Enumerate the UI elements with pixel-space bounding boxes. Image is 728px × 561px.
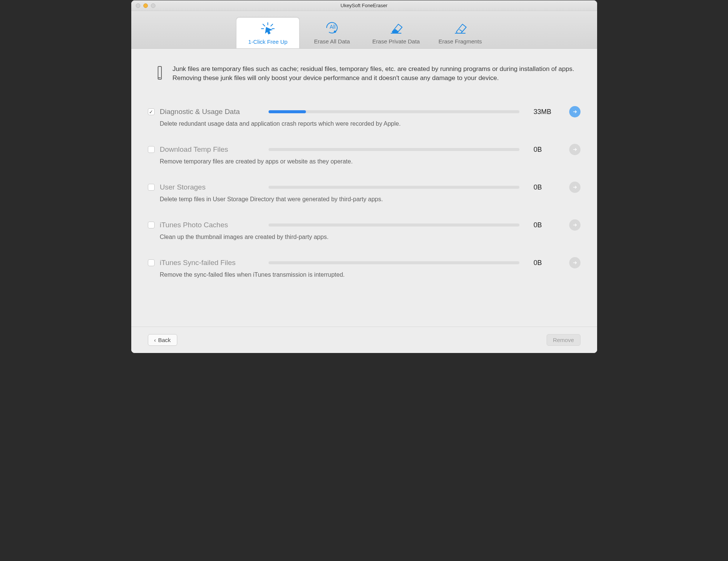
svg-text:All: All bbox=[330, 24, 336, 30]
junk-item-name: iTunes Sync-failed Files bbox=[160, 259, 254, 267]
titlebar: UkeySoft FoneEraser bbox=[131, 0, 597, 11]
arrow-right-icon bbox=[572, 109, 577, 114]
junk-item-desc: Remove temporary files are created by ap… bbox=[160, 158, 581, 165]
junk-item-size: 0B bbox=[534, 221, 564, 229]
junk-item-row: Diagnostic & Usage Data 33MB bbox=[148, 106, 581, 117]
junk-item-name: iTunes Photo Caches bbox=[160, 221, 254, 229]
back-button[interactable]: ‹ Back bbox=[148, 334, 177, 346]
junk-item-action-button[interactable] bbox=[569, 144, 581, 155]
tab-erase-private-data[interactable]: Erase Private Data bbox=[364, 17, 428, 48]
tab-label: Erase All Data bbox=[314, 38, 350, 45]
tab-label: 1-Click Free Up bbox=[248, 39, 287, 45]
junk-item-size: 0B bbox=[534, 259, 564, 267]
junk-item-desc: Remove the sync-failed files when iTunes… bbox=[160, 271, 581, 278]
junk-item: iTunes Photo Caches 0B Clean up the thum… bbox=[148, 211, 581, 249]
junk-item-progress bbox=[269, 261, 519, 264]
junk-item-action-button[interactable] bbox=[569, 106, 581, 117]
junk-item: Diagnostic & Usage Data 33MB Delete redu… bbox=[148, 98, 581, 136]
tab-erase-all-data[interactable]: All Erase All Data bbox=[300, 17, 364, 48]
junk-list: Diagnostic & Usage Data 33MB Delete redu… bbox=[131, 86, 597, 327]
description-text: Junk files are temporary files such as c… bbox=[172, 65, 574, 83]
tab-label: Erase Private Data bbox=[372, 38, 420, 45]
junk-item-checkbox[interactable] bbox=[148, 146, 155, 153]
tab-erase-fragments[interactable]: Erase Fragments bbox=[429, 17, 492, 48]
junk-item: iTunes Sync-failed Files 0B Remove the s… bbox=[148, 249, 581, 287]
back-label: Back bbox=[158, 337, 170, 343]
junk-item-progress bbox=[269, 148, 519, 151]
junk-item-action-button[interactable] bbox=[569, 219, 581, 231]
junk-item-size: 33MB bbox=[534, 108, 564, 116]
chevron-left-icon: ‹ bbox=[154, 337, 156, 343]
junk-item-row: User Storages 0B bbox=[148, 182, 581, 193]
junk-item-desc: Clean up the thumbnail images are create… bbox=[160, 234, 581, 240]
junk-item-checkbox[interactable] bbox=[148, 108, 155, 115]
erase-all-icon: All bbox=[324, 21, 339, 35]
junk-item-row: iTunes Photo Caches 0B bbox=[148, 219, 581, 231]
junk-item-progress bbox=[269, 110, 519, 113]
junk-item-action-button[interactable] bbox=[569, 257, 581, 268]
arrow-right-icon bbox=[572, 147, 577, 152]
junk-item: Download Temp Files 0B Remove temporary … bbox=[148, 136, 581, 173]
junk-item-name: Diagnostic & Usage Data bbox=[160, 108, 254, 116]
eraser-filled-icon bbox=[389, 21, 404, 35]
junk-item-desc: Delete temp files in User Storage Direct… bbox=[160, 196, 581, 203]
tab-bar: 1-Click Free Up All Erase All Data bbox=[131, 11, 597, 49]
junk-item-size: 0B bbox=[534, 183, 564, 191]
arrow-right-icon bbox=[572, 260, 577, 265]
junk-item-size: 0B bbox=[534, 146, 564, 154]
junk-item-progress bbox=[269, 223, 519, 227]
junk-item-progress bbox=[269, 186, 519, 189]
arrow-right-icon bbox=[572, 222, 577, 228]
footer: ‹ Back Remove bbox=[131, 327, 597, 353]
remove-button[interactable]: Remove bbox=[547, 334, 581, 346]
remove-label: Remove bbox=[553, 337, 574, 343]
junk-item: User Storages 0B Delete temp files in Us… bbox=[148, 173, 581, 211]
window-title: UkeySoft FoneEraser bbox=[131, 3, 597, 8]
junk-item-row: iTunes Sync-failed Files 0B bbox=[148, 257, 581, 268]
junk-item-checkbox[interactable] bbox=[148, 184, 155, 191]
arrow-right-icon bbox=[572, 185, 577, 190]
junk-item-name: User Storages bbox=[160, 183, 254, 191]
phone-icon bbox=[158, 66, 162, 80]
description-block: Junk files are temporary files such as c… bbox=[131, 49, 597, 86]
cursor-spark-icon bbox=[260, 22, 275, 35]
tab-label: Erase Fragments bbox=[438, 38, 482, 45]
tab-1click-free-up[interactable]: 1-Click Free Up bbox=[236, 17, 299, 48]
junk-item-checkbox[interactable] bbox=[148, 222, 155, 228]
svg-point-1 bbox=[334, 31, 336, 33]
app-window: UkeySoft FoneEraser 1-Click Free Up bbox=[131, 0, 597, 353]
junk-item-name: Download Temp Files bbox=[160, 145, 254, 154]
tabs: 1-Click Free Up All Erase All Data bbox=[236, 17, 492, 48]
junk-item-desc: Delete redundant usage data and applicat… bbox=[160, 120, 581, 127]
junk-item-row: Download Temp Files 0B bbox=[148, 144, 581, 155]
junk-item-checkbox[interactable] bbox=[148, 259, 155, 266]
eraser-outline-icon bbox=[453, 21, 468, 35]
junk-item-action-button[interactable] bbox=[569, 182, 581, 193]
